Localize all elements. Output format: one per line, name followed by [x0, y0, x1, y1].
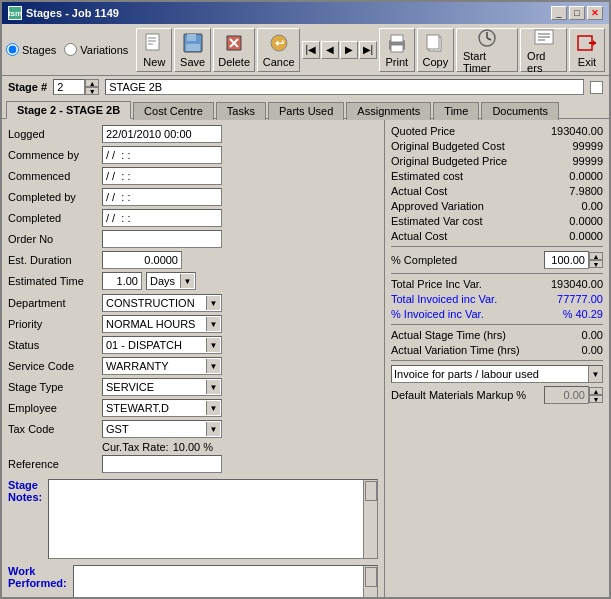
stages-radio[interactable]: Stages [6, 43, 56, 56]
divider-3 [391, 324, 603, 325]
est-time-input[interactable] [102, 272, 142, 290]
markup-up-button: ▲ [589, 387, 603, 395]
quoted-price-label: Quoted Price [391, 125, 533, 137]
priority-row: Priority NORMAL HOURS ▼ [8, 315, 378, 333]
markup-control: ▲ ▼ [544, 386, 603, 404]
save-button[interactable]: Save [174, 28, 210, 72]
actual-cost-label: Actual Cost [391, 185, 533, 197]
svg-line-19 [487, 38, 491, 40]
percent-completed-input[interactable] [544, 251, 589, 269]
percent-invoiced-row: % Invoiced inc Var. % 40.29 [391, 308, 603, 320]
maximize-button[interactable]: □ [569, 6, 585, 20]
markup-down-button: ▼ [589, 395, 603, 403]
stage-type-select[interactable]: SERVICE ▼ [102, 378, 222, 396]
tab-tasks[interactable]: Tasks [216, 102, 266, 120]
order-no-input[interactable] [102, 230, 222, 248]
est-time-label: Estimated Time [8, 275, 98, 287]
priority-select[interactable]: NORMAL HOURS ▼ [102, 315, 222, 333]
main-window: tsm Stages - Job 1149 _ □ ✕ Stages Varia… [0, 0, 611, 599]
commence-by-row: Commence by [8, 146, 378, 164]
stage-name-input[interactable] [105, 79, 584, 95]
work-performed-input[interactable] [73, 565, 378, 597]
exit-button[interactable]: Exit [569, 28, 605, 72]
stage-type-value: SERVICE [104, 381, 206, 393]
employee-arrow: ▼ [206, 401, 220, 415]
stage-checkbox[interactable] [590, 81, 603, 94]
tab-cost-centre[interactable]: Cost Centre [133, 102, 214, 120]
stage-up-button[interactable]: ▲ [85, 79, 99, 87]
actual-cost2-label: Actual Cost [391, 230, 533, 242]
completed-input[interactable] [102, 209, 222, 227]
commence-by-label: Commence by [8, 149, 98, 161]
commence-by-input[interactable] [102, 146, 222, 164]
tax-code-select[interactable]: GST ▼ [102, 420, 222, 438]
employee-row: Employee STEWART.D ▼ [8, 399, 378, 417]
department-arrow: ▼ [206, 296, 220, 310]
svg-rect-13 [391, 35, 403, 42]
service-code-select[interactable]: WARRANTY ▼ [102, 357, 222, 375]
commenced-input[interactable] [102, 167, 222, 185]
department-value: CONSTRUCTION [104, 297, 206, 309]
approved-variation-label: Approved Variation [391, 200, 533, 212]
department-select[interactable]: CONSTRUCTION ▼ [102, 294, 222, 312]
est-duration-input[interactable] [102, 251, 182, 269]
status-label: Status [8, 339, 98, 351]
copy-button[interactable]: Copy [417, 28, 454, 72]
cur-tax-row: Cur.Tax Rate: 10.00 % [8, 441, 378, 453]
stage-type-row: Stage Type SERVICE ▼ [8, 378, 378, 396]
percent-down-button[interactable]: ▼ [589, 260, 603, 268]
orig-budget-cost-value: 99999 [533, 140, 603, 152]
status-select[interactable]: 01 - DISPATCH ▼ [102, 336, 222, 354]
tab-time[interactable]: Time [433, 102, 479, 120]
status-value: 01 - DISPATCH [104, 339, 206, 351]
quoted-price-value: 193040.00 [533, 125, 603, 137]
new-button[interactable]: New [136, 28, 172, 72]
est-time-row: Estimated Time Days ▼ [8, 272, 378, 290]
commenced-label: Commenced [8, 170, 98, 182]
prev-button[interactable]: ◀ [321, 41, 339, 59]
work-notes-scrollbar[interactable] [363, 566, 377, 597]
invoice-dropdown[interactable]: Invoice for parts / labour used ▼ [391, 365, 603, 383]
cancel-icon: ↩ [268, 32, 290, 54]
status-row: Status 01 - DISPATCH ▼ [8, 336, 378, 354]
markup-row: Default Materials Markup % ▲ ▼ [391, 386, 603, 404]
stage-number-input[interactable] [53, 79, 85, 95]
tab-parts-used[interactable]: Parts Used [268, 102, 344, 120]
minimize-button[interactable]: _ [551, 6, 567, 20]
work-performed-section: Work Performed: [8, 565, 378, 597]
stage-type-arrow: ▼ [206, 380, 220, 394]
days-select[interactable]: Days ▼ [146, 272, 196, 290]
tab-stage[interactable]: Stage 2 - STAGE 2B [6, 101, 131, 119]
tax-code-value: GST [104, 423, 206, 435]
stage-notes-input[interactable] [48, 479, 378, 559]
logged-input[interactable] [102, 125, 222, 143]
tax-code-arrow: ▼ [206, 422, 220, 436]
divider-1 [391, 246, 603, 247]
next-button[interactable]: ▶ [340, 41, 358, 59]
total-price-row: Total Price Inc Var. 193040.00 [391, 278, 603, 290]
delete-button[interactable]: Delete [213, 28, 256, 72]
days-select-group: Days ▼ [146, 272, 196, 290]
orig-budget-price-row: Original Budgeted Price 99999 [391, 155, 603, 167]
orders-button[interactable]: Ord ers [520, 28, 567, 72]
first-button[interactable]: |◀ [302, 41, 320, 59]
est-duration-label: Est. Duration [8, 254, 98, 266]
completed-by-input[interactable] [102, 188, 222, 206]
variations-radio[interactable]: Variations [64, 43, 128, 56]
logged-row: Logged [8, 125, 378, 143]
tab-assignments[interactable]: Assignments [346, 102, 431, 120]
reference-input[interactable] [102, 455, 222, 473]
employee-select[interactable]: STEWART.D ▼ [102, 399, 222, 417]
main-content: Logged Commence by Commenced Completed b… [2, 119, 609, 597]
start-timer-button[interactable]: Start Timer [456, 28, 518, 72]
stage-down-button[interactable]: ▼ [85, 87, 99, 95]
close-button[interactable]: ✕ [587, 6, 603, 20]
percent-up-button[interactable]: ▲ [589, 252, 603, 260]
print-button[interactable]: Print [379, 28, 415, 72]
tab-documents[interactable]: Documents [481, 102, 559, 120]
cancel-button[interactable]: ↩ Cance [257, 28, 300, 72]
work-notes-scrollbar-thumb [365, 567, 377, 587]
last-button[interactable]: ▶| [359, 41, 377, 59]
stage-notes-scrollbar[interactable] [363, 480, 377, 558]
actual-variation-time-row: Actual Variation Time (hrs) 0.00 [391, 344, 603, 356]
